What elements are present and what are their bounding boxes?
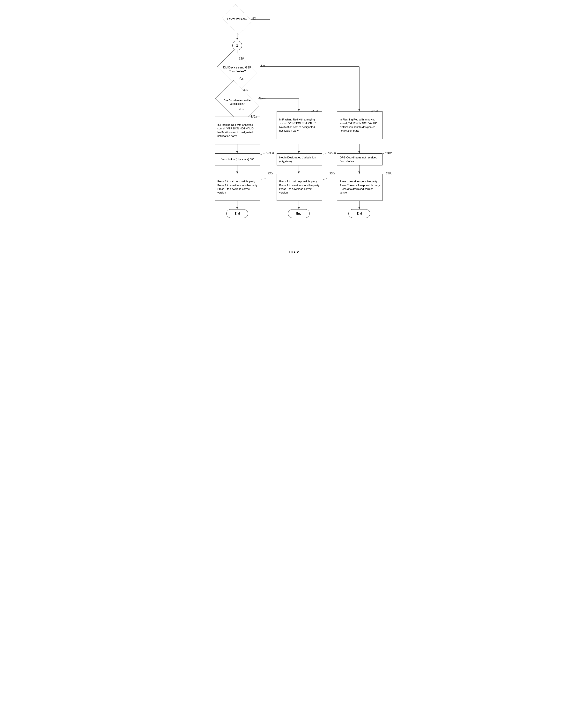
end-right: End [349, 209, 370, 218]
svg-marker-18 [236, 171, 238, 174]
diagram-container: Latest Version? NO 1 Did Device send GSP… [195, 5, 393, 242]
ref-340b: 340b [386, 151, 393, 155]
box-350c: Press 1 to call responsible party Press … [277, 174, 322, 201]
figure-caption: FIG. 2 [195, 250, 393, 254]
svg-marker-16 [236, 151, 238, 153]
gsp-diamond-label: Did Device send GSP Coordinates? [221, 65, 253, 74]
coordinates-diamond-label: Are Coordinates inside Jurisdiction? [219, 98, 255, 107]
ref-330a: 330a [251, 115, 257, 118]
ref-310: 310 [239, 57, 244, 60]
box-340c: Press 1 to call responsible party Press … [337, 174, 382, 201]
no-coord-label: No— [259, 97, 266, 100]
end-center: End [288, 209, 310, 218]
ref-350b: 350b [329, 151, 336, 155]
svg-marker-32 [358, 207, 360, 209]
latest-version-label: Latest Version? [226, 17, 248, 22]
yes-coord-label: YEs [238, 108, 244, 111]
box-340b: GPS Coordinates not received from device [337, 153, 382, 165]
no-gsp-label: No [261, 64, 265, 67]
yes-gsp-label: Yes [239, 77, 244, 80]
ref-350c: 350c [329, 172, 336, 175]
ref-340c: 340c [386, 172, 392, 175]
box-330a: In Flashing Red with annoying sound, "VE… [215, 117, 260, 144]
ref-330c: 330c [267, 172, 274, 175]
svg-marker-22 [298, 151, 300, 153]
svg-marker-28 [358, 151, 360, 153]
end-left: End [226, 209, 248, 218]
svg-marker-24 [298, 171, 300, 174]
ref-340a: 340a [371, 109, 378, 113]
ref-320: 320 [243, 88, 248, 92]
latest-version-diamond: Latest Version? [222, 4, 252, 35]
box-340a: In Flashing Red with annoying sound, "VE… [337, 111, 382, 139]
svg-marker-26 [298, 207, 300, 209]
box-350b: Not in Designated Jurisdiction (city,sta… [277, 153, 322, 165]
svg-marker-9 [358, 109, 360, 111]
box-350a: In Flashing Red with annoying sound, "VE… [277, 111, 322, 139]
ref-330b: 330b [267, 151, 274, 155]
box-330b: Jurisdiction (city, state) OK [215, 153, 260, 165]
svg-marker-14 [298, 109, 300, 111]
svg-marker-30 [358, 171, 360, 174]
box-330c: Press 1 to call responsible party Press … [215, 174, 260, 201]
svg-marker-1 [236, 38, 238, 40]
ref-350a: 350a [311, 109, 318, 113]
svg-marker-20 [236, 207, 238, 209]
circle-connector-1: 1 [232, 41, 242, 50]
no-label-latest: NO [252, 17, 256, 20]
